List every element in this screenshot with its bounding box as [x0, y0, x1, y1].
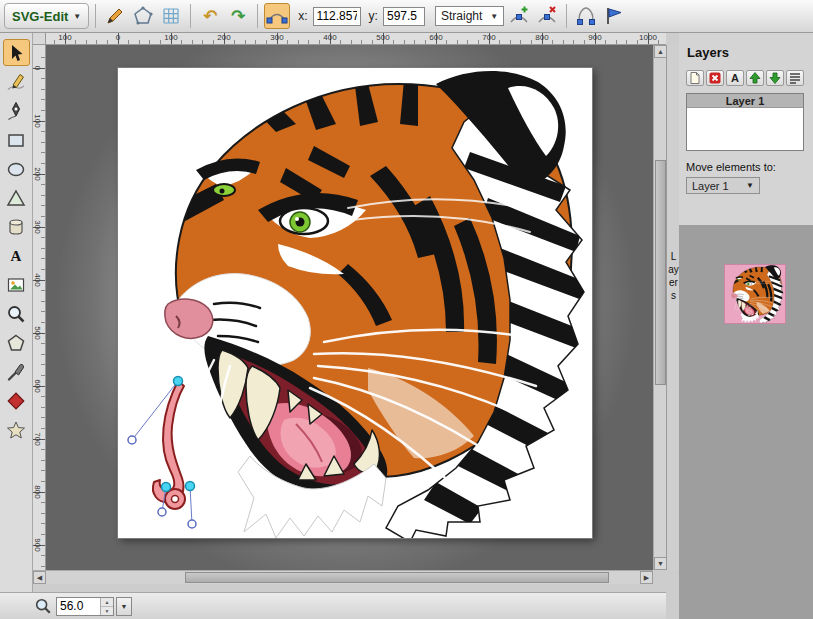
- tool-shape-library-button[interactable]: [3, 213, 30, 240]
- ruler-v-label: 100: [33, 114, 42, 127]
- tool-pencil-button[interactable]: [3, 68, 30, 95]
- svg-edit-app: SVG-Edit ▼ ↶ ↷: [0, 0, 813, 619]
- move-elements-label: Move elements to:: [686, 161, 813, 173]
- tool-star-button[interactable]: [3, 416, 30, 443]
- tool-eyedropper-button[interactable]: [3, 358, 30, 385]
- tool-zoom-button[interactable]: [3, 300, 30, 327]
- ruler-v-label: 900: [33, 538, 42, 551]
- layers-panel-toggle-tab[interactable]: Layers: [666, 45, 679, 570]
- layer-list[interactable]: Layer 1: [686, 93, 804, 151]
- tool-path-button[interactable]: [3, 97, 30, 124]
- ruler-v-label: 800: [33, 485, 42, 498]
- zoom-decrement-button[interactable]: ▼: [101, 607, 113, 615]
- ruler-h-label: 100: [58, 33, 71, 42]
- move-target-select[interactable]: Layer 1 ▼: [686, 177, 760, 194]
- canvas-workspace[interactable]: [46, 45, 653, 570]
- pentagon-icon: [6, 333, 26, 353]
- layer-row[interactable]: Layer 1: [687, 94, 803, 108]
- main-menu-button[interactable]: SVG-Edit ▼: [4, 3, 89, 29]
- redo-icon: ↷: [231, 8, 245, 25]
- left-tool-palette: A: [0, 33, 33, 592]
- add-node-icon: [508, 5, 530, 27]
- tool-text-button[interactable]: A: [3, 242, 30, 269]
- tool-rectangle-button[interactable]: [3, 126, 30, 153]
- scroll-right-arrow[interactable]: ▶: [640, 571, 653, 584]
- delete-node-button[interactable]: [534, 3, 560, 29]
- ruler-corner: [33, 33, 46, 45]
- zoom-preset-dropdown[interactable]: ▼: [116, 597, 132, 616]
- new-layer-button[interactable]: [686, 70, 704, 86]
- zoom-spinbox: ▲ ▼: [56, 597, 114, 616]
- redo-button[interactable]: ↷: [225, 3, 251, 29]
- open-path-button[interactable]: [573, 3, 599, 29]
- horizontal-scrollbar[interactable]: ◀ ▶: [33, 570, 653, 584]
- zoom-increment-button[interactable]: ▲: [101, 598, 113, 607]
- layer-thumbnail-image: [725, 265, 785, 323]
- new-layer-icon: [687, 71, 703, 85]
- list-lines-icon: [787, 71, 803, 85]
- ruler-h-label: 200: [217, 33, 230, 42]
- magnifier-icon: [6, 304, 26, 324]
- arrow-down-icon: [767, 71, 783, 85]
- wireframe-button[interactable]: [130, 3, 156, 29]
- triangle-icon: [6, 188, 26, 208]
- ruler-h-label: 1000: [639, 33, 657, 42]
- ruler-h-label: 400: [323, 33, 336, 42]
- svg-text:A: A: [11, 248, 22, 264]
- path-node-handles[interactable]: [128, 377, 196, 529]
- toolbar-separator: [190, 4, 191, 28]
- move-layer-down-button[interactable]: [766, 70, 784, 86]
- tool-image-button[interactable]: [3, 271, 30, 298]
- delete-layer-button[interactable]: [706, 70, 724, 86]
- layer-options-button[interactable]: [786, 70, 804, 86]
- tiger-artwork: [118, 68, 592, 538]
- tool-shape-button[interactable]: [3, 184, 30, 211]
- rename-layer-button[interactable]: A: [726, 70, 744, 86]
- segment-type-value: Straight: [441, 9, 482, 23]
- link-control-points-icon: [266, 5, 288, 27]
- magnifier-icon: [34, 597, 52, 615]
- ruler-v-label: 300: [33, 220, 42, 233]
- ruler-h-label: 700: [482, 33, 495, 42]
- tool-gradient-button[interactable]: [3, 387, 30, 414]
- zoom-input[interactable]: [57, 598, 101, 615]
- status-bar: ▲ ▼ ▼: [0, 592, 666, 619]
- node-y-label: y:: [369, 9, 378, 23]
- rename-layer-icon: A: [727, 71, 743, 85]
- node-x-input[interactable]: [313, 7, 361, 26]
- node-x-label: x:: [298, 9, 307, 23]
- horizontal-scroll-thumb[interactable]: [185, 572, 609, 583]
- edit-source-button[interactable]: [102, 3, 128, 29]
- vertical-scroll-thumb[interactable]: [655, 160, 666, 385]
- ruler-v-label: 600: [33, 379, 42, 392]
- tool-ellipse-button[interactable]: [3, 155, 30, 182]
- grid-button[interactable]: [158, 3, 184, 29]
- logo-label: SVG-Edit: [12, 9, 68, 24]
- svg-canvas[interactable]: [118, 68, 592, 538]
- arrow-up-icon: [747, 71, 763, 85]
- move-target-value: Layer 1: [692, 180, 729, 192]
- tool-select-button[interactable]: [3, 39, 30, 66]
- add-node-button[interactable]: [506, 3, 532, 29]
- delete-node-icon: [536, 5, 558, 27]
- ruler-h-label: 800: [535, 33, 548, 42]
- ruler-h-label: 600: [429, 33, 442, 42]
- scroll-left-arrow[interactable]: ◀: [33, 571, 46, 584]
- zoom-icon-wrap: [34, 597, 52, 615]
- add-subpath-button[interactable]: [601, 3, 627, 29]
- layer-thumbnail[interactable]: [725, 265, 785, 323]
- svg-text:A: A: [731, 72, 739, 84]
- move-layer-up-button[interactable]: [746, 70, 764, 86]
- toolbar-separator: [95, 4, 96, 28]
- undo-button[interactable]: ↶: [197, 3, 223, 29]
- node-y-input[interactable]: [383, 7, 425, 26]
- ruler-h-label: 300: [270, 33, 283, 42]
- vertical-scrollbar[interactable]: ▲ ▼: [653, 45, 666, 570]
- segment-type-select[interactable]: Straight ▼: [435, 6, 504, 26]
- link-control-points-button[interactable]: [264, 3, 290, 29]
- ruler-h-label: 100: [164, 33, 177, 42]
- red-diamond-icon: [6, 391, 26, 411]
- pen-nib-icon: [6, 101, 26, 121]
- ruler-horizontal: 10001002003004005006007008009001000: [46, 33, 666, 45]
- tool-polygon-button[interactable]: [3, 329, 30, 356]
